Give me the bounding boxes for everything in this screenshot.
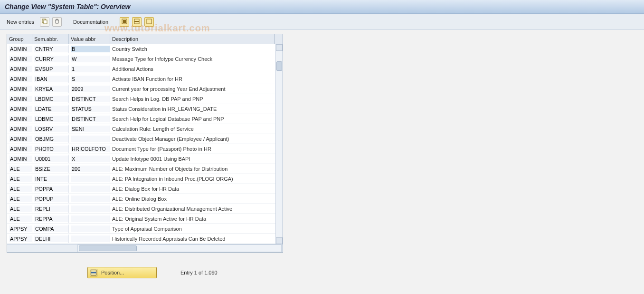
table-row[interactable]: Status Consideration in HR_LEAVING_DATE <box>7 104 283 114</box>
value-input[interactable] <box>71 176 110 182</box>
value-input[interactable] <box>71 235 110 242</box>
table-row[interactable]: Calculation Rule: Length of Service <box>7 124 283 134</box>
sem-input[interactable] <box>34 116 68 122</box>
col-header-sem-abbr[interactable]: Sem.abbr. <box>32 34 69 44</box>
value-input[interactable] <box>71 166 110 172</box>
sem-input[interactable] <box>34 216 68 222</box>
value-input[interactable] <box>71 136 110 142</box>
group-input[interactable] <box>9 216 32 222</box>
group-input[interactable] <box>9 186 32 192</box>
col-header-value-abbr[interactable]: Value abbr <box>69 34 110 44</box>
sem-input[interactable] <box>34 186 68 192</box>
delete-button[interactable] <box>52 17 62 27</box>
vertical-scrollbar[interactable] <box>275 44 283 244</box>
group-input[interactable] <box>9 146 32 152</box>
sem-input[interactable] <box>34 56 68 62</box>
group-input[interactable] <box>9 66 32 72</box>
group-input[interactable] <box>9 86 32 92</box>
sem-input[interactable] <box>34 106 68 112</box>
sem-input[interactable] <box>34 136 68 142</box>
scrollbar-track[interactable] <box>276 51 283 237</box>
sem-input[interactable] <box>34 126 68 132</box>
table-row[interactable]: Type of Appraisal Comparison <box>7 224 283 234</box>
value-input[interactable] <box>71 146 110 152</box>
table-row[interactable]: ALE: Maximum Number of Objects for Distr… <box>7 164 283 174</box>
value-input[interactable] <box>71 225 110 232</box>
value-input[interactable] <box>71 96 110 102</box>
value-input[interactable] <box>71 126 110 132</box>
sem-input[interactable] <box>34 166 68 172</box>
table-row[interactable]: Deactivate Object Manager (Employee / Ap… <box>7 134 283 144</box>
value-input[interactable] <box>71 86 110 92</box>
group-input[interactable] <box>9 225 32 232</box>
copy-button[interactable] <box>40 17 49 27</box>
col-header-group[interactable]: Group <box>7 34 32 44</box>
table-row[interactable]: Additional Actions <box>7 64 283 74</box>
sem-input[interactable] <box>34 66 68 72</box>
table-row[interactable]: Activate IBAN Function for HR <box>7 74 283 84</box>
group-input[interactable] <box>9 46 32 52</box>
group-input[interactable] <box>9 156 32 162</box>
table-row[interactable]: Search Help for Logical Database PAP and… <box>7 114 283 124</box>
value-input[interactable] <box>71 46 110 52</box>
deselect-all-button[interactable] <box>144 17 154 27</box>
table-row[interactable]: ALE: Original System Active for HR Data <box>7 214 283 224</box>
hscroll-thumb[interactable] <box>79 245 137 251</box>
group-input[interactable] <box>9 136 32 142</box>
sem-input[interactable] <box>34 206 68 212</box>
group-input[interactable] <box>9 116 32 122</box>
scroll-down-button[interactable] <box>276 237 283 244</box>
group-input[interactable] <box>9 206 32 212</box>
sem-input[interactable] <box>34 86 68 92</box>
value-input[interactable] <box>71 66 110 72</box>
documentation-button[interactable]: Documentation <box>70 18 111 26</box>
value-input[interactable] <box>71 106 110 112</box>
scroll-up-button[interactable] <box>276 44 283 51</box>
table-row[interactable]: Message Type for Infotype Currency Check <box>7 54 283 64</box>
position-button[interactable]: Position... <box>87 267 157 278</box>
group-input[interactable] <box>9 126 32 132</box>
select-all-button[interactable] <box>120 17 129 27</box>
sem-input[interactable] <box>34 76 68 82</box>
value-input[interactable] <box>71 216 110 222</box>
table-row[interactable]: Country Switch <box>7 44 283 54</box>
value-input[interactable] <box>71 186 110 192</box>
table-row[interactable]: Document Type for (Passport) Photo in HR <box>7 144 283 154</box>
new-entries-button[interactable]: New entries <box>4 18 37 26</box>
value-input[interactable] <box>71 76 110 82</box>
group-input[interactable] <box>9 56 32 62</box>
group-input[interactable] <box>9 166 32 172</box>
table-row[interactable]: ALE: Distributed Organizational Manageme… <box>7 204 283 214</box>
group-input[interactable] <box>9 176 32 182</box>
select-block-button[interactable] <box>132 17 142 27</box>
sem-input[interactable] <box>34 46 68 52</box>
sem-input[interactable] <box>34 176 68 182</box>
group-input[interactable] <box>9 235 32 242</box>
sem-input[interactable] <box>34 96 68 102</box>
table-row[interactable]: ALE: PA Integration in Inbound Proc.(PLO… <box>7 174 283 184</box>
table-row[interactable]: Current year for processing Year End Adj… <box>7 84 283 94</box>
group-input[interactable] <box>9 76 32 82</box>
value-input[interactable] <box>71 156 110 162</box>
table-row[interactable]: ALE: Dialog Box for HR Data <box>7 184 283 194</box>
hscroll-track[interactable] <box>77 245 282 252</box>
value-input[interactable] <box>71 116 110 122</box>
sem-input[interactable] <box>34 235 68 242</box>
table-row[interactable]: ALE: Online Dialog Box <box>7 194 283 204</box>
sem-input[interactable] <box>34 146 68 152</box>
group-input[interactable] <box>9 106 32 112</box>
table-config-button[interactable] <box>275 34 283 44</box>
sem-input[interactable] <box>34 196 68 202</box>
table-row[interactable]: Historically Recorded Appraisals Can Be … <box>7 234 283 244</box>
scrollbar-thumb[interactable] <box>276 61 282 71</box>
value-input[interactable] <box>71 56 110 62</box>
value-input[interactable] <box>71 196 110 202</box>
sem-input[interactable] <box>34 156 68 162</box>
sem-input[interactable] <box>34 225 68 232</box>
table-row[interactable]: Update Infotype 0001 Using BAPI <box>7 154 283 164</box>
col-header-description[interactable]: Description <box>110 34 276 44</box>
group-input[interactable] <box>9 196 32 202</box>
value-input[interactable] <box>71 206 110 212</box>
group-input[interactable] <box>9 96 32 102</box>
table-row[interactable]: Search Helps in Log. DB PAP and PNP <box>7 94 283 104</box>
